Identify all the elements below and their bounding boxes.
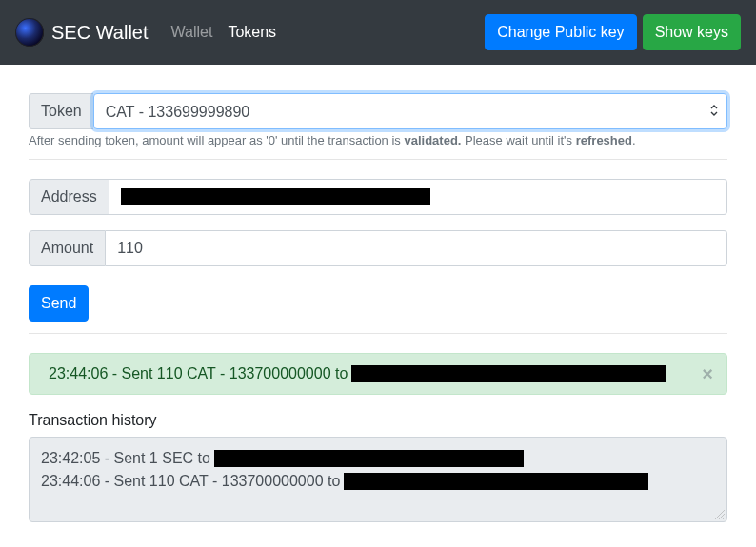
success-alert: 23:44:06 - Sent 110 CAT - 133700000000 t… (29, 353, 727, 395)
history-address-redacted (214, 450, 524, 467)
hint-text: After sending token, amount will appear … (29, 133, 727, 147)
resize-handle-icon[interactable] (713, 508, 725, 519)
hint-post: . (632, 133, 636, 147)
alert-address-redacted (351, 365, 666, 382)
token-select-wrap: CAT - 133699999890 (93, 93, 727, 129)
divider-2 (29, 333, 727, 334)
history-row: 23:42:05 - Sent 1 SEC to (41, 447, 715, 470)
main-container: Token CAT - 133699999890 After sending t… (0, 65, 756, 537)
navbar: SEC Wallet Wallet Tokens Change Public k… (0, 0, 756, 65)
alert-text: 23:44:06 - Sent 110 CAT - 133700000000 t… (49, 365, 348, 382)
hint-pre: After sending token, amount will appear … (29, 133, 404, 147)
token-select[interactable]: CAT - 133699999890 (93, 93, 727, 129)
address-group: Address (29, 179, 727, 215)
send-button[interactable]: Send (29, 285, 89, 322)
history-row: 23:44:06 - Sent 110 CAT - 133700000000 t… (41, 470, 715, 493)
hint-mid: Please wait until it's (461, 133, 575, 147)
token-group: Token CAT - 133699999890 (29, 93, 727, 129)
history-box[interactable]: 23:42:05 - Sent 1 SEC to 23:44:06 - Sent… (29, 437, 727, 522)
nav-right: Change Public key Show keys (485, 14, 741, 50)
brand-logo-icon (15, 18, 44, 47)
brand[interactable]: SEC Wallet (15, 18, 149, 47)
close-icon[interactable]: × (702, 363, 713, 385)
nav-tokens[interactable]: Tokens (220, 16, 284, 49)
divider (29, 159, 727, 160)
history-text: 23:42:05 - Sent 1 SEC to (41, 447, 210, 470)
hint-bold1: validated. (404, 133, 461, 147)
change-public-key-button[interactable]: Change Public key (485, 14, 636, 50)
hint-bold2: refreshed (576, 133, 632, 147)
nav-wallet[interactable]: Wallet (164, 16, 221, 49)
show-keys-button[interactable]: Show keys (643, 14, 741, 50)
history-text: 23:44:06 - Sent 110 CAT - 133700000000 t… (41, 470, 340, 493)
alert-line: 23:44:06 - Sent 110 CAT - 133700000000 t… (49, 365, 688, 382)
amount-input[interactable] (106, 230, 727, 266)
address-label: Address (29, 179, 109, 215)
history-address-redacted (344, 473, 648, 490)
history-title: Transaction history (29, 412, 727, 429)
token-label: Token (29, 93, 93, 129)
amount-group: Amount (29, 230, 727, 266)
address-input[interactable] (109, 179, 727, 215)
address-value-redacted (121, 188, 430, 205)
svg-line-2 (723, 518, 725, 519)
brand-text: SEC Wallet (51, 22, 149, 44)
amount-label: Amount (29, 230, 106, 266)
